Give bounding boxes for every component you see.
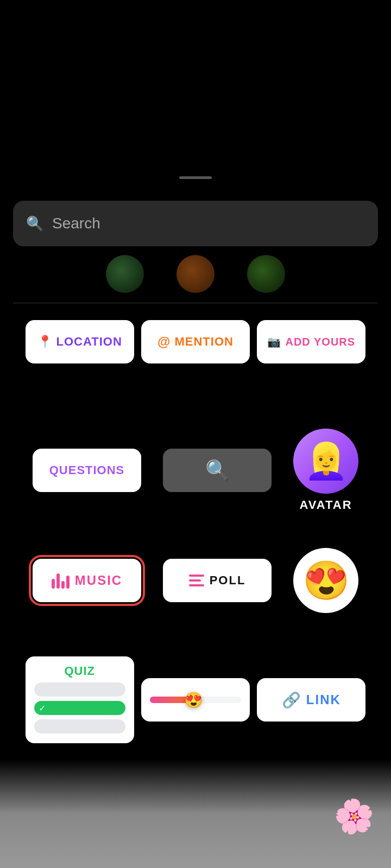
questions-label: QUESTIONS bbox=[49, 463, 125, 477]
sticker-thumb-3[interactable] bbox=[247, 255, 285, 293]
quiz-check-icon: ✓ bbox=[39, 703, 46, 713]
music-bars-icon bbox=[52, 572, 70, 589]
slider-sticker[interactable]: 😍 bbox=[141, 678, 250, 722]
slider-track: 😍 bbox=[150, 697, 241, 703]
link-icon: 🔗 bbox=[282, 691, 301, 709]
poll-sticker[interactable]: POLL bbox=[163, 559, 272, 602]
bottom-fade-overlay bbox=[0, 760, 391, 868]
search-placeholder: Search bbox=[52, 215, 100, 232]
sticker-thumb-1[interactable] bbox=[106, 255, 144, 293]
quiz-option-3 bbox=[34, 719, 125, 733]
sticker-peek-row bbox=[0, 252, 391, 296]
music-label: MUSIC bbox=[75, 573, 122, 588]
emoji-bubble: 😍 bbox=[293, 548, 358, 613]
sticker-row-3: MUSIC POLL 😍 bbox=[0, 548, 391, 613]
search-bar[interactable]: 🔍 Search bbox=[13, 201, 378, 246]
quiz-label: QUIZ bbox=[64, 664, 95, 678]
search-gray-icon: 🔍 bbox=[205, 459, 230, 482]
section-divider bbox=[13, 303, 378, 303]
quiz-option-1 bbox=[34, 682, 125, 697]
search-icon: 🔍 bbox=[26, 215, 43, 232]
mention-sticker[interactable]: @ MENTION bbox=[141, 320, 250, 363]
addyours-sticker[interactable]: 📷 ADD YOURS bbox=[257, 320, 365, 363]
slider-thumb-emoji: 😍 bbox=[184, 691, 203, 709]
link-label: LINK bbox=[306, 692, 341, 707]
search-sticker[interactable]: 🔍 bbox=[163, 449, 272, 492]
questions-sticker[interactable]: QUESTIONS bbox=[33, 449, 141, 492]
sticker-row-2: QUESTIONS 🔍 👱‍♀️ AVATAR bbox=[0, 429, 391, 512]
avatar-label: AVATAR bbox=[299, 498, 352, 512]
sticker-row-4: QUIZ ✓ 😍 🔗 LINK bbox=[0, 656, 391, 743]
music-sticker[interactable]: MUSIC bbox=[33, 559, 141, 602]
sticker-row-1: 📍 LOCATION @ MENTION 📷 ADD YOURS bbox=[0, 320, 391, 363]
addyours-label: ADD YOURS bbox=[285, 336, 355, 348]
avatar-circle: 👱‍♀️ bbox=[293, 429, 358, 494]
addyours-icon: 📷 bbox=[267, 335, 281, 348]
sticker-thumb-2[interactable] bbox=[176, 255, 215, 293]
poll-lines-icon bbox=[189, 575, 204, 586]
location-sticker[interactable]: 📍 LOCATION bbox=[26, 320, 134, 363]
search-bar-container: 🔍 Search bbox=[13, 201, 378, 246]
drag-handle[interactable] bbox=[179, 176, 212, 179]
avatar-sticker[interactable]: 👱‍♀️ AVATAR bbox=[293, 429, 358, 512]
poll-label: POLL bbox=[210, 573, 246, 588]
mention-label: MENTION bbox=[174, 335, 233, 349]
flower-decoration: 🌸 bbox=[331, 794, 377, 839]
location-label: LOCATION bbox=[56, 335, 122, 349]
mention-icon: @ bbox=[157, 334, 170, 349]
emoji-sticker[interactable]: 😍 bbox=[293, 548, 358, 613]
love-eyes-emoji: 😍 bbox=[302, 558, 350, 603]
quiz-option-correct: ✓ bbox=[34, 701, 125, 715]
camera-preview-area bbox=[0, 0, 391, 190]
location-icon: 📍 bbox=[37, 335, 52, 349]
quiz-sticker[interactable]: QUIZ ✓ bbox=[26, 656, 134, 743]
link-sticker[interactable]: 🔗 LINK bbox=[257, 678, 365, 722]
